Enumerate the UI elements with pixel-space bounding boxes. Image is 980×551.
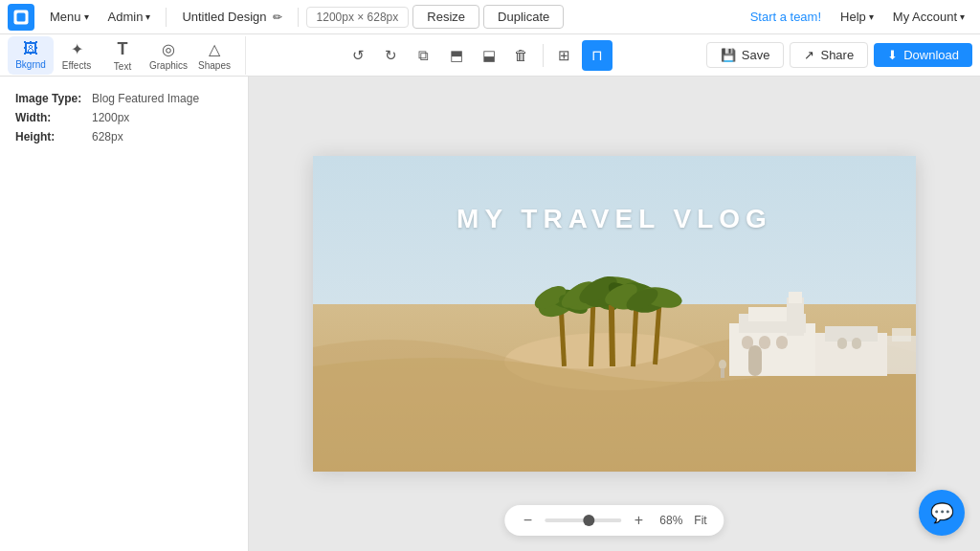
account-chevron-icon: ▾ [960, 11, 965, 22]
svg-rect-42 [721, 368, 724, 378]
grid-button[interactable]: ⊞ [549, 40, 580, 71]
effects-icon: ✦ [71, 40, 83, 58]
nav-separator-1 [166, 8, 167, 27]
menu-chevron-icon: ▾ [84, 11, 89, 22]
chat-icon: 💬 [930, 501, 954, 524]
svg-rect-44 [892, 328, 911, 342]
save-button[interactable]: 💾 Save [706, 42, 785, 68]
svg-rect-38 [825, 326, 878, 342]
canvas-title: MY TRAVEL VLOG [457, 204, 772, 234]
share-icon: ↗ [804, 48, 814, 62]
toolbar-separator-1 [543, 44, 544, 67]
svg-rect-36 [748, 345, 762, 376]
shapes-icon: △ [209, 40, 220, 58]
image-type-value: Blog Featured Image [92, 92, 199, 105]
menu-button[interactable]: Menu ▾ [42, 6, 97, 28]
svg-rect-15 [609, 299, 615, 366]
zoom-value: 68% [659, 514, 682, 527]
svg-rect-1 [17, 12, 26, 21]
help-chevron-icon: ▾ [869, 11, 874, 22]
zoom-plus-button[interactable]: + [629, 511, 648, 530]
resize-button[interactable]: Resize [412, 5, 479, 29]
svg-point-41 [719, 360, 726, 369]
svg-rect-39 [837, 338, 847, 349]
app-logo[interactable] [8, 4, 34, 31]
tool-graphics[interactable]: ◎ Graphics [145, 36, 191, 75]
zoom-minus-button[interactable]: − [518, 511, 537, 530]
tool-tabs: 🖼 Bkgrnd ✦ Effects T Text ◎ Graphics △ S… [8, 36, 246, 75]
account-button[interactable]: My Account ▾ [885, 6, 972, 28]
text-icon: T [118, 39, 128, 59]
admin-chevron-icon: ▾ [145, 11, 150, 22]
undo-button[interactable]: ↺ [344, 40, 374, 71]
paste-below-button[interactable]: ⬒ [441, 40, 472, 71]
canvas-area: MY TRAVEL VLOG − + 68% Fit 💬 [249, 77, 980, 551]
left-panel: Image Type: Blog Featured Image Width: 1… [0, 77, 249, 551]
design-name-text: Untitled Design [182, 10, 266, 24]
width-row: Width: 1200px [15, 111, 233, 124]
graphics-icon: ◎ [162, 40, 175, 58]
image-type-label: Image Type: [15, 92, 92, 105]
tool-shapes[interactable]: △ Shapes [191, 36, 237, 75]
start-team-button[interactable]: Start a team! [743, 6, 829, 28]
copy-button[interactable]: ⧉ [409, 40, 439, 71]
edit-design-name-icon: ✏ [273, 11, 282, 24]
toolbar-right: 💾 Save ↗ Share ⬇ Download [706, 42, 972, 68]
svg-rect-32 [789, 292, 802, 303]
svg-rect-40 [852, 338, 861, 349]
fit-button[interactable]: Fit [690, 512, 710, 529]
tool-effects[interactable]: ✦ Effects [54, 36, 100, 75]
magnet-button[interactable]: ⊓ [582, 40, 612, 71]
help-button[interactable]: Help ▾ [833, 6, 881, 28]
admin-button[interactable]: Admin ▾ [100, 6, 159, 28]
nav-separator-2 [298, 8, 299, 27]
width-value: 1200px [92, 111, 129, 124]
canvas-size-badge: 1200px × 628px [306, 7, 410, 28]
download-button[interactable]: ⬇ Download [874, 43, 972, 67]
download-icon: ⬇ [887, 48, 898, 62]
bkgrnd-icon: 🖼 [23, 40, 38, 57]
tool-text[interactable]: T Text [100, 36, 145, 75]
height-value: 628px [92, 130, 123, 143]
canvas-image: MY TRAVEL VLOG [313, 156, 916, 472]
canvas-wrapper[interactable]: MY TRAVEL VLOG [313, 156, 916, 472]
svg-rect-35 [776, 336, 788, 349]
height-row: Height: 628px [15, 130, 233, 143]
svg-rect-34 [759, 336, 770, 349]
paste-button[interactable]: ⬓ [474, 40, 504, 71]
duplicate-button[interactable]: Duplicate [483, 5, 564, 29]
zoom-slider-thumb [583, 515, 594, 526]
toolbar-actions: ↺ ↻ ⧉ ⬒ ⬓ 🗑 ⊞ ⊓ [252, 40, 704, 71]
design-name-area[interactable]: Untitled Design ✏ [174, 6, 289, 28]
zoom-bar: − + 68% Fit [504, 505, 724, 536]
share-button[interactable]: ↗ Share [790, 42, 868, 68]
redo-button[interactable]: ↻ [376, 40, 407, 71]
delete-button[interactable]: 🗑 [506, 40, 537, 71]
tool-bkgrnd[interactable]: 🖼 Bkgrnd [8, 36, 54, 75]
zoom-slider[interactable] [545, 518, 621, 522]
width-label: Width: [15, 111, 92, 124]
chat-button[interactable]: 💬 [919, 490, 965, 536]
height-label: Height: [15, 130, 92, 143]
image-type-row: Image Type: Blog Featured Image [15, 92, 233, 105]
save-icon: 💾 [721, 48, 736, 62]
